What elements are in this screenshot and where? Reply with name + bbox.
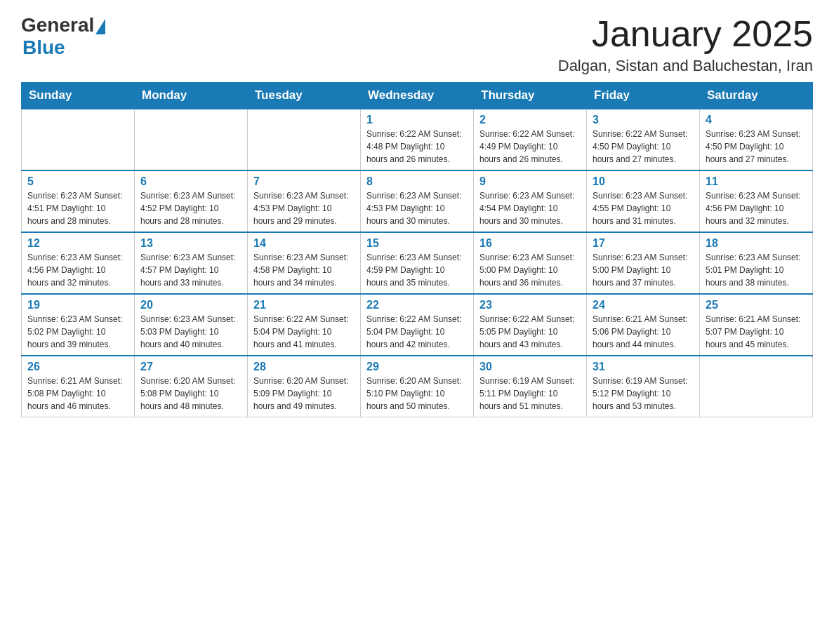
day-info: Sunrise: 6:23 AM Sunset: 4:53 PM Dayligh…	[253, 189, 355, 227]
column-header-wednesday: Wednesday	[361, 83, 474, 109]
calendar-cell: 25Sunrise: 6:21 AM Sunset: 5:07 PM Dayli…	[700, 294, 813, 356]
logo-general-text: General	[21, 14, 94, 36]
column-header-thursday: Thursday	[474, 83, 587, 109]
day-info: Sunrise: 6:23 AM Sunset: 4:58 PM Dayligh…	[253, 251, 355, 289]
column-header-saturday: Saturday	[700, 83, 813, 109]
day-info: Sunrise: 6:23 AM Sunset: 5:00 PM Dayligh…	[593, 251, 694, 289]
calendar-cell: 26Sunrise: 6:21 AM Sunset: 5:08 PM Dayli…	[22, 356, 135, 417]
day-number: 4	[706, 114, 807, 126]
day-info: Sunrise: 6:22 AM Sunset: 4:49 PM Dayligh…	[479, 128, 581, 166]
day-info: Sunrise: 6:19 AM Sunset: 5:12 PM Dayligh…	[593, 375, 694, 412]
calendar-cell: 19Sunrise: 6:23 AM Sunset: 5:02 PM Dayli…	[22, 294, 135, 356]
day-number: 20	[140, 299, 241, 311]
day-number: 11	[706, 175, 807, 188]
day-info: Sunrise: 6:20 AM Sunset: 5:09 PM Dayligh…	[253, 375, 355, 412]
calendar-cell: 16Sunrise: 6:23 AM Sunset: 5:00 PM Dayli…	[474, 232, 587, 294]
week-row-1: 1Sunrise: 6:22 AM Sunset: 4:48 PM Daylig…	[22, 109, 813, 170]
calendar-body: 1Sunrise: 6:22 AM Sunset: 4:48 PM Daylig…	[22, 109, 813, 417]
day-number: 1	[366, 114, 468, 126]
calendar-cell: 1Sunrise: 6:22 AM Sunset: 4:48 PM Daylig…	[361, 109, 474, 170]
day-info: Sunrise: 6:23 AM Sunset: 4:52 PM Dayligh…	[140, 189, 241, 227]
calendar-cell: 11Sunrise: 6:23 AM Sunset: 4:56 PM Dayli…	[700, 170, 813, 232]
day-number: 30	[479, 361, 581, 373]
calendar-cell: 7Sunrise: 6:23 AM Sunset: 4:53 PM Daylig…	[248, 170, 361, 232]
day-number: 31	[593, 361, 694, 373]
calendar-cell: 30Sunrise: 6:19 AM Sunset: 5:11 PM Dayli…	[474, 356, 587, 417]
day-info: Sunrise: 6:23 AM Sunset: 5:01 PM Dayligh…	[706, 251, 807, 289]
day-info: Sunrise: 6:23 AM Sunset: 4:54 PM Dayligh…	[479, 189, 581, 227]
calendar-cell: 23Sunrise: 6:22 AM Sunset: 5:05 PM Dayli…	[474, 294, 587, 356]
calendar-cell	[22, 109, 135, 170]
calendar-cell: 22Sunrise: 6:22 AM Sunset: 5:04 PM Dayli…	[361, 294, 474, 356]
day-number: 9	[479, 175, 581, 188]
day-number: 6	[140, 175, 241, 188]
day-info: Sunrise: 6:23 AM Sunset: 4:56 PM Dayligh…	[706, 189, 807, 227]
column-header-sunday: Sunday	[22, 83, 135, 109]
day-number: 23	[479, 299, 581, 311]
day-info: Sunrise: 6:22 AM Sunset: 5:05 PM Dayligh…	[479, 313, 581, 351]
calendar-cell	[248, 109, 361, 170]
day-number: 17	[593, 237, 694, 250]
day-number: 24	[593, 299, 694, 311]
calendar-cell: 15Sunrise: 6:23 AM Sunset: 4:59 PM Dayli…	[361, 232, 474, 294]
day-info: Sunrise: 6:20 AM Sunset: 5:08 PM Dayligh…	[140, 375, 241, 412]
day-number: 13	[140, 237, 241, 250]
calendar-cell: 14Sunrise: 6:23 AM Sunset: 4:58 PM Dayli…	[248, 232, 361, 294]
column-header-tuesday: Tuesday	[248, 83, 361, 109]
calendar-cell: 2Sunrise: 6:22 AM Sunset: 4:49 PM Daylig…	[474, 109, 587, 170]
day-number: 16	[479, 237, 581, 250]
day-info: Sunrise: 6:22 AM Sunset: 4:48 PM Dayligh…	[366, 128, 468, 166]
month-title: January 2025	[558, 14, 813, 54]
week-row-3: 12Sunrise: 6:23 AM Sunset: 4:56 PM Dayli…	[22, 232, 813, 294]
calendar-cell: 6Sunrise: 6:23 AM Sunset: 4:52 PM Daylig…	[135, 170, 248, 232]
day-number: 19	[27, 299, 128, 311]
day-info: Sunrise: 6:21 AM Sunset: 5:07 PM Dayligh…	[706, 313, 807, 351]
day-info: Sunrise: 6:22 AM Sunset: 5:04 PM Dayligh…	[366, 313, 468, 351]
logo-triangle-icon	[95, 19, 105, 34]
day-number: 29	[366, 361, 468, 373]
day-number: 22	[366, 299, 468, 311]
day-number: 26	[27, 361, 128, 373]
column-header-monday: Monday	[135, 83, 248, 109]
day-number: 15	[366, 237, 468, 250]
calendar-cell: 29Sunrise: 6:20 AM Sunset: 5:10 PM Dayli…	[361, 356, 474, 417]
day-info: Sunrise: 6:23 AM Sunset: 4:53 PM Dayligh…	[366, 189, 468, 227]
page-header: General Blue January 2025 Dalgan, Sistan…	[21, 14, 813, 75]
day-info: Sunrise: 6:23 AM Sunset: 4:55 PM Dayligh…	[593, 189, 694, 227]
day-info: Sunrise: 6:21 AM Sunset: 5:06 PM Dayligh…	[593, 313, 694, 351]
header-row: SundayMondayTuesdayWednesdayThursdayFrid…	[22, 83, 813, 109]
day-number: 27	[140, 361, 241, 373]
location-text: Dalgan, Sistan and Baluchestan, Iran	[558, 57, 813, 75]
day-info: Sunrise: 6:23 AM Sunset: 4:50 PM Dayligh…	[706, 128, 807, 166]
day-number: 25	[706, 299, 807, 311]
calendar-cell: 24Sunrise: 6:21 AM Sunset: 5:06 PM Dayli…	[587, 294, 700, 356]
calendar-cell: 31Sunrise: 6:19 AM Sunset: 5:12 PM Dayli…	[587, 356, 700, 417]
logo-blue-text: Blue	[22, 36, 65, 59]
day-info: Sunrise: 6:23 AM Sunset: 4:51 PM Dayligh…	[27, 189, 128, 227]
day-number: 2	[479, 114, 581, 126]
column-header-friday: Friday	[587, 83, 700, 109]
day-number: 28	[253, 361, 355, 373]
day-number: 18	[706, 237, 807, 250]
calendar-cell: 12Sunrise: 6:23 AM Sunset: 4:56 PM Dayli…	[22, 232, 135, 294]
day-info: Sunrise: 6:23 AM Sunset: 5:00 PM Dayligh…	[479, 251, 581, 289]
calendar-cell: 4Sunrise: 6:23 AM Sunset: 4:50 PM Daylig…	[700, 109, 813, 170]
calendar-cell: 20Sunrise: 6:23 AM Sunset: 5:03 PM Dayli…	[135, 294, 248, 356]
title-section: January 2025 Dalgan, Sistan and Baluches…	[558, 14, 813, 75]
day-number: 12	[27, 237, 128, 250]
logo: General Blue	[21, 14, 105, 59]
day-info: Sunrise: 6:21 AM Sunset: 5:08 PM Dayligh…	[27, 375, 128, 412]
calendar-cell	[135, 109, 248, 170]
week-row-2: 5Sunrise: 6:23 AM Sunset: 4:51 PM Daylig…	[22, 170, 813, 232]
day-number: 5	[27, 175, 128, 188]
day-info: Sunrise: 6:23 AM Sunset: 5:02 PM Dayligh…	[27, 313, 128, 351]
calendar-cell: 9Sunrise: 6:23 AM Sunset: 4:54 PM Daylig…	[474, 170, 587, 232]
calendar-cell: 21Sunrise: 6:22 AM Sunset: 5:04 PM Dayli…	[248, 294, 361, 356]
calendar-cell: 5Sunrise: 6:23 AM Sunset: 4:51 PM Daylig…	[22, 170, 135, 232]
day-info: Sunrise: 6:22 AM Sunset: 5:04 PM Dayligh…	[253, 313, 355, 351]
calendar-cell: 8Sunrise: 6:23 AM Sunset: 4:53 PM Daylig…	[361, 170, 474, 232]
calendar-cell: 28Sunrise: 6:20 AM Sunset: 5:09 PM Dayli…	[248, 356, 361, 417]
day-number: 10	[593, 175, 694, 188]
day-info: Sunrise: 6:23 AM Sunset: 4:57 PM Dayligh…	[140, 251, 241, 289]
calendar-header: SundayMondayTuesdayWednesdayThursdayFrid…	[22, 83, 813, 109]
